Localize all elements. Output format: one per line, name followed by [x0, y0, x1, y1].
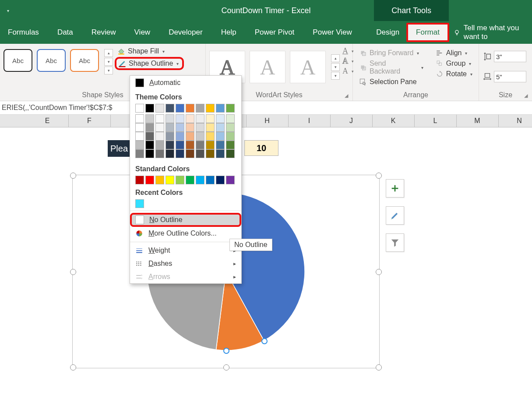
color-swatch[interactable] [155, 176, 164, 184]
tab-developer[interactable]: Developer [162, 25, 210, 39]
color-swatch[interactable] [166, 149, 174, 158]
tab-formulas[interactable]: Formulas [1, 25, 46, 39]
weight-submenu-button[interactable]: Weight ▸ [130, 244, 241, 257]
formula-bar[interactable]: ERIES(,,'CountDown Timer'!$C$7:$ [0, 101, 532, 115]
height-field[interactable]: 3" [483, 51, 528, 62]
dialog-launcher-icon[interactable]: ◢ [524, 93, 530, 99]
color-swatch[interactable] [145, 114, 154, 123]
tab-power-pivot[interactable]: Power Pivot [248, 25, 302, 39]
more-outline-colors-button[interactable]: More Outline Colors... [130, 227, 241, 240]
dashes-submenu-button[interactable]: Dashes ▸ [130, 257, 241, 270]
chart-elements-button[interactable] [386, 179, 404, 198]
color-swatch[interactable] [176, 123, 184, 132]
resize-handle[interactable] [70, 173, 76, 179]
height-value[interactable]: 3" [494, 51, 526, 62]
gallery-up-icon[interactable]: ▴ [104, 49, 113, 57]
color-swatch[interactable] [226, 104, 235, 113]
gallery-more-icon[interactable]: ▾ [331, 72, 340, 80]
color-swatch[interactable] [186, 141, 194, 149]
color-swatch[interactable] [155, 149, 164, 158]
gallery-scroll[interactable]: ▴ ▾ ▾ [331, 54, 340, 80]
color-swatch[interactable] [216, 149, 225, 158]
gallery-more-icon[interactable]: ▾ [104, 67, 113, 74]
color-swatch[interactable] [176, 132, 184, 141]
color-swatch[interactable] [176, 141, 184, 149]
tab-format[interactable]: Format [406, 23, 449, 42]
gallery-scroll[interactable]: ▴ ▾ ▾ [104, 49, 113, 74]
align-button[interactable]: Align ▾ [433, 48, 475, 58]
color-swatch[interactable] [196, 114, 204, 123]
cell-countdown-value[interactable]: 10 [244, 140, 278, 156]
color-swatch[interactable] [145, 176, 154, 184]
color-swatch[interactable] [216, 104, 225, 113]
color-swatch[interactable] [206, 176, 215, 184]
text-fill-button[interactable]: A▾ [342, 46, 354, 56]
color-swatch[interactable] [196, 141, 204, 149]
color-swatch[interactable] [135, 132, 144, 141]
color-swatch[interactable] [166, 176, 174, 184]
automatic-color-button[interactable]: Automatic [130, 76, 241, 90]
color-swatch[interactable] [216, 141, 225, 149]
color-swatch[interactable] [135, 149, 144, 158]
resize-handle[interactable] [70, 364, 76, 371]
shape-outline-button[interactable]: Shape Outline ▾ [115, 57, 184, 70]
data-point-handle[interactable] [223, 348, 229, 354]
resize-handle[interactable] [376, 269, 382, 275]
color-swatch[interactable] [196, 132, 204, 141]
color-swatch[interactable] [135, 199, 144, 208]
color-swatch[interactable] [176, 114, 184, 123]
gallery-down-icon[interactable]: ▾ [104, 58, 113, 66]
color-swatch[interactable] [145, 132, 154, 141]
color-swatch[interactable] [226, 141, 235, 149]
color-swatch[interactable] [135, 176, 144, 184]
color-swatch[interactable] [176, 104, 184, 113]
color-swatch[interactable] [155, 104, 164, 113]
color-swatch[interactable] [216, 132, 225, 141]
width-value[interactable]: 5" [494, 71, 526, 82]
color-swatch[interactable] [206, 149, 215, 158]
color-swatch[interactable] [196, 123, 204, 132]
tab-data[interactable]: Data [50, 25, 80, 39]
color-swatch[interactable] [196, 176, 204, 184]
resize-handle[interactable] [70, 269, 76, 275]
color-swatch[interactable] [206, 104, 215, 113]
text-effects-button[interactable]: A▾ [342, 67, 354, 76]
color-swatch[interactable] [186, 132, 194, 141]
color-swatch[interactable] [216, 114, 225, 123]
color-swatch[interactable] [166, 132, 174, 141]
color-swatch[interactable] [145, 141, 154, 149]
color-swatch[interactable] [135, 141, 144, 149]
shape-fill-button[interactable]: Shape Fill ▾ [115, 46, 184, 56]
column-header[interactable]: F [68, 115, 111, 127]
color-swatch[interactable] [155, 123, 164, 132]
chart-styles-button[interactable] [386, 206, 404, 225]
tab-design[interactable]: Design [369, 25, 406, 39]
column-header[interactable]: K [372, 115, 415, 127]
color-swatch[interactable] [186, 104, 194, 113]
color-swatch[interactable] [135, 104, 144, 113]
gallery-up-icon[interactable]: ▴ [331, 54, 340, 62]
qat-more-icon[interactable]: ▾ [7, 8, 9, 13]
column-header[interactable]: L [414, 115, 457, 127]
wordart-tile[interactable]: A [250, 51, 285, 83]
wordart-tile[interactable]: A [290, 51, 326, 83]
width-field[interactable]: 5" [483, 71, 528, 82]
color-swatch[interactable] [166, 114, 174, 123]
color-swatch[interactable] [145, 149, 154, 158]
column-header[interactable]: N [498, 115, 532, 127]
color-swatch[interactable] [176, 176, 184, 184]
data-point-handle[interactable] [261, 338, 268, 344]
color-swatch[interactable] [196, 104, 204, 113]
tab-power-view[interactable]: Power View [306, 25, 359, 39]
color-swatch[interactable] [155, 141, 164, 149]
color-swatch[interactable] [206, 114, 215, 123]
color-swatch[interactable] [216, 176, 225, 184]
dialog-launcher-icon[interactable]: ◢ [345, 93, 351, 99]
color-swatch[interactable] [226, 123, 235, 132]
color-swatch[interactable] [216, 123, 225, 132]
color-swatch[interactable] [196, 149, 204, 158]
color-swatch[interactable] [226, 132, 235, 141]
send-backward-button[interactable]: Send Backward ▾ [356, 59, 426, 76]
color-swatch[interactable] [186, 114, 194, 123]
color-swatch[interactable] [166, 104, 174, 113]
